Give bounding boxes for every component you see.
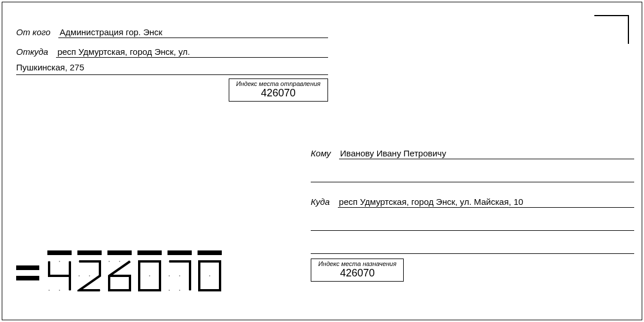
recipient-address-continuation-2 (311, 241, 634, 254)
recipient-to-value: Иванову Ивану Петровичу (339, 148, 634, 159)
svg-point-31 (149, 275, 150, 276)
svg-point-12 (79, 275, 80, 276)
destination-index-value: 426070 (318, 267, 396, 279)
sender-from-value: Администрация гор. Энск (58, 27, 328, 38)
postal-digits-row (16, 250, 222, 292)
equals-bar-bottom (16, 276, 39, 280)
recipient-address-value: респ Удмуртская, город Энск, ул. Майская… (338, 197, 634, 208)
sender-from-row: От кого Администрация гор. Энск (16, 23, 328, 38)
digit-top-bar (198, 250, 222, 255)
destination-index-container: Индекс места назначения 426070 (311, 259, 404, 282)
destination-index-box: Индекс места назначения 426070 (311, 259, 404, 282)
digit-top-bar (47, 250, 72, 255)
sender-block: От кого Администрация гор. Энск Откуда р… (16, 23, 328, 102)
svg-point-42 (169, 290, 170, 291)
sender-index-value: 426070 (236, 87, 321, 99)
digit-glyph-0 (137, 260, 162, 292)
svg-point-13 (89, 275, 90, 276)
postal-digit-0-second (198, 250, 222, 292)
recipient-to-continuation (311, 170, 634, 182)
sender-address-value: респ Удмуртская, город Энск, ул. (56, 47, 328, 58)
sender-from-label: От кого (16, 27, 50, 38)
digit-top-bar (77, 250, 102, 255)
sender-address-continuation: Пушкинская, 275 (16, 62, 328, 75)
postal-digit-7 (167, 250, 192, 292)
svg-point-40 (179, 275, 180, 276)
recipient-block: Кому Иванову Ивану Петровичу Куда респ У… (311, 144, 634, 264)
digit-top-bar (107, 250, 132, 255)
postal-code-stylized (16, 250, 222, 292)
recipient-address-label: Куда (311, 197, 330, 208)
destination-index-label: Индекс места назначения (318, 260, 396, 267)
digit-top-bar (167, 250, 192, 255)
digit-glyph-0 (198, 260, 222, 292)
digit-top-bar (137, 250, 162, 255)
envelope-container: От кого Администрация гор. Энск Откуда р… (2, 2, 642, 320)
postal-equals-mark (16, 265, 39, 292)
postal-digit-4 (47, 250, 72, 292)
recipient-to-row: Кому Иванову Ивану Петровичу (311, 144, 634, 159)
postal-digit-0-first (137, 250, 162, 292)
digit-glyph-2 (77, 260, 102, 292)
svg-point-18 (109, 261, 110, 262)
sender-index-box: Индекс места отправления 426070 (229, 78, 328, 102)
svg-point-6 (49, 290, 50, 291)
stamp-corner-mark (594, 15, 629, 44)
postal-digit-6 (107, 250, 132, 292)
equals-bar-top (16, 265, 39, 270)
sender-address-row: Откуда респ Удмуртская, город Энск, ул. (16, 43, 328, 58)
postal-digit-2 (77, 250, 102, 292)
sender-index-label: Индекс места отправления (236, 80, 321, 87)
recipient-address-continuation-1 (311, 218, 634, 231)
svg-point-7 (59, 290, 60, 291)
digit-glyph-6 (107, 260, 132, 292)
svg-point-1 (59, 261, 60, 262)
recipient-address-row: Куда респ Удмуртская, город Энск, ул. Ма… (311, 193, 634, 208)
sender-address-label: Откуда (16, 47, 48, 58)
svg-point-39 (169, 275, 170, 276)
digit-glyph-7 (167, 260, 192, 292)
svg-point-19 (119, 261, 120, 262)
sender-index-container: Индекс места отправления 426070 (16, 78, 328, 102)
recipient-to-label: Кому (311, 148, 331, 159)
svg-point-49 (209, 275, 210, 276)
svg-point-43 (179, 290, 180, 291)
digit-glyph-4 (47, 260, 72, 292)
